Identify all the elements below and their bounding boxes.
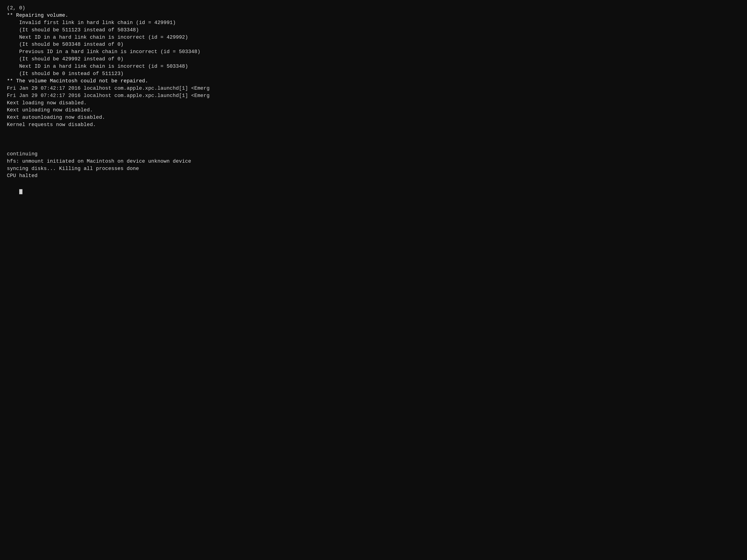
terminal-line: ** Repairing volume. — [7, 12, 740, 19]
terminal-line: Next ID in a hard link chain is incorrec… — [7, 34, 740, 41]
terminal-line: Next ID in a hard link chain is incorrec… — [7, 63, 740, 70]
terminal-empty-line — [7, 136, 740, 143]
terminal-line: CPU halted — [7, 172, 740, 180]
terminal-line: continuing — [7, 151, 740, 158]
terminal-empty-line — [7, 143, 740, 151]
cursor-block — [19, 189, 22, 194]
terminal-line: (It should be 0 instead of 511123) — [7, 70, 740, 78]
terminal-line: Kext loading now disabled. — [7, 100, 740, 107]
terminal-screen: (2, 0) ** Repairing volume. Invalid firs… — [0, 0, 747, 560]
terminal-cursor-line — [7, 180, 740, 202]
terminal-line: Kernel requests now disabled. — [7, 121, 740, 129]
terminal-line: hfs: unmount initiated on Macintosh on d… — [7, 158, 740, 165]
terminal-line: Invalid first link in hard link chain (i… — [7, 19, 740, 27]
terminal-empty-line — [7, 129, 740, 136]
terminal-line: syncing disks... Killing all processes d… — [7, 165, 740, 172]
terminal-line: Fri Jan 29 07:42:17 2016 localhost com.a… — [7, 85, 740, 92]
terminal-line: Fri Jan 29 07:42:17 2016 localhost com.a… — [7, 92, 740, 100]
terminal-line: ** The volume Macintosh could not be rep… — [7, 78, 740, 85]
terminal-line: Kext unloading now disabled. — [7, 107, 740, 114]
terminal-line: (It should be 429992 instead of 0) — [7, 56, 740, 63]
terminal-line: Previous ID in a hard link chain is inco… — [7, 48, 740, 56]
terminal-line: (2, 0) — [7, 5, 740, 12]
terminal-line: (It should be 511123 instead of 503348) — [7, 27, 740, 34]
terminal-line: (It should be 503348 instead of 0) — [7, 41, 740, 48]
terminal-line: Kext autounloading now disabled. — [7, 114, 740, 121]
